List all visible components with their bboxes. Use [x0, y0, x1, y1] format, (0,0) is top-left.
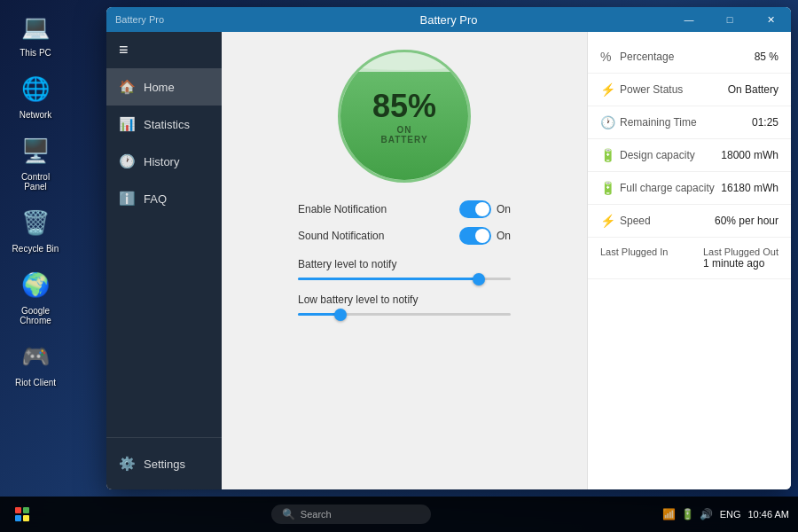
desktop-icon-riot[interactable]: 🎮 Riot Client	[9, 339, 62, 387]
battery-wave	[338, 52, 471, 70]
settings-icon: ⚙️	[119, 456, 135, 472]
low-battery-label: Low battery level to notify	[298, 293, 511, 306]
taskbar-left	[0, 497, 40, 532]
clock-time: 10:46 AM	[748, 509, 789, 520]
desktop-icons: 💻 This PC 🌐 Network 🖥️ Control Panel 🗑️ …	[9, 9, 62, 387]
sound-notification-toggle[interactable]: On	[459, 227, 511, 245]
control-panel-label: Control Panel	[9, 172, 62, 192]
design-capacity-value: 18000 mWh	[721, 149, 778, 161]
battery-gauge: 85% ON BATTERY	[338, 50, 471, 183]
taskbar-search[interactable]: 🔍 Search	[271, 505, 431, 524]
stat-row-design-capacity: 🔋 Design capacity 18000 mWh	[588, 139, 791, 172]
home-nav-icon: 🏠	[119, 79, 135, 95]
sidebar-item-settings[interactable]: ⚙️ Settings	[106, 445, 222, 482]
sound-notification-state: On	[497, 230, 511, 242]
battery-tray-icon: 🔋	[681, 508, 694, 520]
speed-label: Speed	[620, 215, 715, 227]
enable-notification-state: On	[497, 203, 511, 215]
design-capacity-label: Design capacity	[620, 149, 721, 161]
title-bar: Battery Pro Battery Pro — □ ✕	[106, 7, 791, 32]
language-indicator: ENG	[720, 509, 741, 520]
desktop-icon-recycle-bin[interactable]: 🗑️ Recycle Bin	[9, 205, 62, 254]
start-button[interactable]	[4, 497, 40, 532]
hamburger-menu[interactable]: ≡	[106, 32, 222, 68]
battery-level-track[interactable]	[298, 278, 511, 280]
system-tray: 📶 🔋 🔊	[662, 508, 713, 520]
chrome-label: Google Chrome	[9, 306, 62, 325]
window-body: ≡ 🏠 Home 📊 Statistics 🕐 History ℹ️ FAQ ⚙…	[106, 32, 791, 489]
desktop-icon-chrome[interactable]: 🌍 Google Chrome	[9, 267, 62, 325]
window-controls: — □ ✕	[669, 7, 791, 32]
design-capacity-icon: 🔋	[600, 148, 620, 162]
minimize-button[interactable]: —	[669, 7, 709, 32]
enable-notification-label: Enable Notification	[298, 203, 459, 215]
wifi-icon: 📶	[662, 508, 676, 520]
sliders: Battery level to notify Low battery leve…	[298, 258, 511, 329]
windows-logo	[15, 507, 29, 521]
app-window: Battery Pro Battery Pro — □ ✕ ≡ 🏠 Home 📊…	[106, 7, 791, 489]
desktop-icon-network[interactable]: 🌐 Network	[9, 71, 62, 120]
sound-notification-row: Sound Notification On	[298, 227, 511, 245]
stat-row-full-charge: 🔋 Full charge capacity 16180 mWh	[588, 172, 791, 205]
faq-nav-label: FAQ	[144, 192, 167, 206]
app-name-label: Battery Pro	[106, 14, 164, 25]
taskbar: 🔍 Search 📶 🔋 🔊 ENG 10:46 AM	[0, 497, 798, 532]
main-content: 85% ON BATTERY Enable Notification On	[222, 32, 791, 489]
faq-nav-icon: ℹ️	[119, 191, 135, 207]
maximize-button[interactable]: □	[709, 7, 750, 32]
battery-text: 85% ON BATTERY	[372, 88, 436, 145]
control-panel-icon: 🖥️	[18, 133, 53, 168]
sidebar-item-faq[interactable]: ℹ️ FAQ	[106, 180, 222, 217]
last-plugged-time: 1 minute ago	[703, 257, 778, 270]
history-nav-label: History	[144, 155, 179, 168]
speed-icon: ⚡	[600, 214, 620, 228]
riot-label: Riot Client	[15, 378, 56, 387]
history-nav-icon: 🕐	[119, 153, 135, 169]
stat-row-percentage: % Percentage 85 %	[588, 41, 791, 74]
clock: 10:46 AM	[748, 509, 789, 520]
taskbar-center: 🔍 Search	[271, 505, 431, 524]
recycle-bin-icon: 🗑️	[18, 205, 53, 240]
enable-notification-row: Enable Notification On	[298, 200, 511, 218]
sidebar-item-history[interactable]: 🕐 History	[106, 143, 222, 180]
chrome-icon: 🌍	[18, 267, 53, 302]
enable-notification-toggle[interactable]: On	[459, 200, 511, 218]
network-label: Network	[20, 110, 52, 120]
remaining-time-icon: 🕐	[600, 115, 620, 129]
full-charge-icon: 🔋	[600, 181, 620, 195]
battery-level-thumb[interactable]	[473, 273, 485, 286]
recycle-bin-label: Recycle Bin	[12, 244, 59, 254]
sidebar-item-statistics[interactable]: 📊 Statistics	[106, 106, 222, 143]
low-battery-thumb[interactable]	[334, 309, 347, 321]
battery-level-fill	[298, 278, 479, 280]
sound-icon: 🔊	[700, 508, 713, 520]
sidebar-item-home[interactable]: 🏠 Home	[106, 68, 222, 106]
desktop-icon-control-panel[interactable]: 🖥️ Control Panel	[9, 133, 62, 192]
taskbar-right: 📶 🔋 🔊 ENG 10:46 AM	[662, 508, 798, 520]
percentage-icon: %	[600, 50, 620, 64]
remaining-time-value: 01:25	[752, 116, 778, 129]
statistics-nav-label: Statistics	[144, 118, 190, 131]
sidebar-bottom: ⚙️ Settings	[106, 437, 222, 489]
last-plugged-in-label: Last Plugged In	[600, 246, 668, 257]
sound-notification-switch[interactable]	[459, 227, 491, 245]
low-battery-track[interactable]	[298, 313, 511, 316]
percentage-label: Percentage	[620, 51, 755, 63]
stat-row-remaining-time: 🕐 Remaining Time 01:25	[588, 106, 791, 139]
search-icon: 🔍	[282, 508, 295, 520]
sidebar-nav: 🏠 Home 📊 Statistics 🕐 History ℹ️ FAQ	[106, 68, 222, 217]
speed-value: 60% per hour	[715, 215, 778, 227]
riot-icon: 🎮	[18, 339, 53, 374]
network-icon: 🌐	[18, 71, 53, 106]
this-pc-icon: 💻	[18, 9, 53, 44]
full-charge-label: Full charge capacity	[620, 182, 721, 194]
last-plugged-out-block: Last Plugged Out 1 minute ago	[703, 246, 778, 270]
close-button[interactable]: ✕	[750, 7, 791, 32]
last-plugged-row: Last Plugged In Last Plugged Out 1 minut…	[588, 238, 791, 279]
desktop-icon-this-pc[interactable]: 💻 This PC	[9, 9, 62, 58]
stats-list: % Percentage 85 % ⚡ Power Status On Batt…	[588, 41, 791, 238]
enable-notification-switch[interactable]	[459, 200, 491, 218]
search-placeholder: Search	[301, 509, 332, 520]
full-charge-value: 16180 mWh	[721, 182, 778, 194]
settings-label: Settings	[144, 458, 185, 471]
